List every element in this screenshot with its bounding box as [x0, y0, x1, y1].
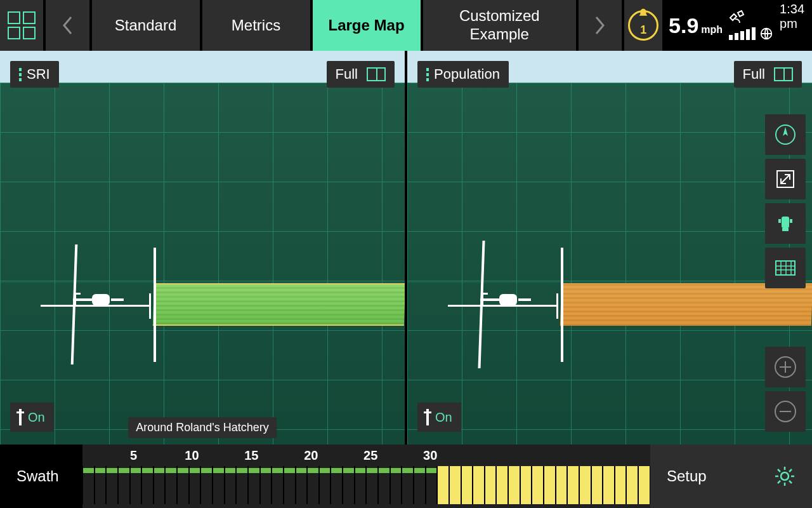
- row-segment[interactable]: [579, 466, 591, 504]
- plus-circle-icon: [773, 355, 797, 379]
- view-mode-left[interactable]: Full: [327, 61, 395, 88]
- view-mode-label: Full: [743, 66, 765, 83]
- split-view-icon: [367, 67, 386, 81]
- row-segment[interactable]: [390, 466, 402, 504]
- maps-area: SRI Full On Around Roland's Hatchery Pop…: [0, 51, 812, 444]
- layer-selector-left[interactable]: SRI: [10, 61, 59, 88]
- row-segment[interactable]: [118, 466, 130, 504]
- keyboard-button[interactable]: [765, 248, 806, 288]
- row-segment[interactable]: [366, 466, 378, 504]
- row-segment[interactable]: [615, 466, 627, 504]
- row-segment[interactable]: [626, 466, 638, 504]
- row-segment[interactable]: [508, 466, 520, 504]
- row-segment[interactable]: [355, 466, 367, 504]
- row-segment[interactable]: [296, 466, 308, 504]
- row-segment[interactable]: [272, 466, 284, 504]
- split-view-icon: [774, 67, 793, 81]
- row-segment[interactable]: [603, 466, 615, 504]
- swath-bar: Swath 51015202530354045 Setup: [0, 444, 812, 508]
- vehicle-icon: [480, 289, 531, 311]
- row-segment[interactable]: [130, 466, 142, 504]
- tab-standard[interactable]: Standard: [92, 0, 200, 51]
- tab-customized-example[interactable]: Customized Example: [423, 0, 577, 51]
- zoom-in-button[interactable]: [765, 347, 806, 387]
- row-segment[interactable]: [638, 466, 650, 504]
- gear-icon: [774, 465, 796, 487]
- map-tools: [765, 114, 806, 288]
- apps-grid-button[interactable]: [0, 0, 43, 51]
- row-segment[interactable]: [331, 466, 343, 504]
- chevron-right-icon: [594, 15, 606, 36]
- row-segment[interactable]: [200, 466, 213, 504]
- speed-unit: mph: [701, 24, 723, 36]
- status-area: 5.9 mph 1:34 pm: [665, 0, 812, 51]
- row-segment[interactable]: [378, 466, 390, 504]
- row-segment[interactable]: [189, 466, 201, 504]
- svg-rect-9: [518, 298, 531, 301]
- coverage-strip-left: [153, 283, 405, 326]
- row-segment[interactable]: [437, 466, 449, 504]
- zoom-tools: [765, 347, 806, 432]
- row-segment[interactable]: [177, 466, 189, 504]
- minus-circle-icon: [773, 399, 797, 424]
- tab-large-map[interactable]: Large Map: [313, 0, 421, 51]
- row-segment[interactable]: [414, 466, 426, 504]
- row-segment[interactable]: [82, 466, 95, 504]
- row-segment[interactable]: [496, 466, 508, 504]
- row-segment[interactable]: [213, 466, 225, 504]
- tab-metrics[interactable]: Metrics: [202, 0, 310, 51]
- row-ruler[interactable]: 51015202530354045: [82, 444, 650, 508]
- svg-rect-16: [782, 217, 789, 228]
- row-segment[interactable]: [248, 466, 260, 504]
- row-segment[interactable]: [319, 466, 331, 504]
- view-mode-right[interactable]: Full: [734, 61, 802, 88]
- svg-line-30: [789, 469, 792, 472]
- svg-marker-14: [783, 127, 788, 136]
- row-segment[interactable]: [532, 466, 544, 504]
- row-segment[interactable]: [426, 466, 438, 504]
- row-segment[interactable]: [141, 466, 154, 504]
- row-segment[interactable]: [402, 466, 414, 504]
- row-segment[interactable]: [473, 466, 485, 504]
- coverage-strip-right: [560, 283, 812, 326]
- row-segment[interactable]: [154, 466, 166, 504]
- row-segment[interactable]: [225, 466, 237, 504]
- row-segment[interactable]: [485, 466, 497, 504]
- row-segment[interactable]: [106, 466, 118, 504]
- view-mode-label: Full: [336, 66, 358, 83]
- alerts-button[interactable]: 1: [624, 0, 662, 51]
- row-segment[interactable]: [449, 466, 461, 504]
- row-segment[interactable]: [343, 466, 355, 504]
- row-segment[interactable]: [307, 466, 319, 504]
- row-segment[interactable]: [260, 466, 272, 504]
- row-segment[interactable]: [461, 466, 473, 504]
- row-segment[interactable]: [236, 466, 248, 504]
- svg-rect-1: [92, 294, 110, 305]
- fullscreen-button[interactable]: [765, 159, 806, 199]
- row-segment[interactable]: [165, 466, 177, 504]
- globe-icon: [759, 27, 773, 41]
- keyboard-icon: [775, 260, 796, 276]
- zoom-out-button[interactable]: [765, 391, 806, 432]
- section-toggle-right[interactable]: On: [417, 403, 461, 432]
- gps-status: [729, 10, 773, 41]
- lever-icon: [19, 409, 22, 425]
- layer-selector-right[interactable]: Population: [417, 61, 509, 88]
- section-toggle-left[interactable]: On: [10, 403, 54, 432]
- row-segment[interactable]: [544, 466, 556, 504]
- compass-button[interactable]: [765, 114, 806, 155]
- row-segment[interactable]: [567, 466, 579, 504]
- map-pane-right[interactable]: Population Full On: [407, 51, 812, 444]
- tabs-next-button[interactable]: [579, 0, 622, 51]
- row-segment[interactable]: [520, 466, 532, 504]
- row-segment[interactable]: [591, 466, 603, 504]
- map-pane-left[interactable]: SRI Full On Around Roland's Hatchery: [0, 51, 405, 444]
- row-segment[interactable]: [95, 466, 107, 504]
- tabs-prev-button[interactable]: [46, 0, 89, 51]
- row-segment[interactable]: [284, 466, 296, 504]
- implement-button[interactable]: [765, 203, 806, 244]
- setup-button[interactable]: Setup: [650, 444, 812, 508]
- svg-rect-3: [111, 298, 124, 301]
- clock: 1:34 pm: [780, 2, 804, 31]
- row-segment[interactable]: [556, 466, 568, 504]
